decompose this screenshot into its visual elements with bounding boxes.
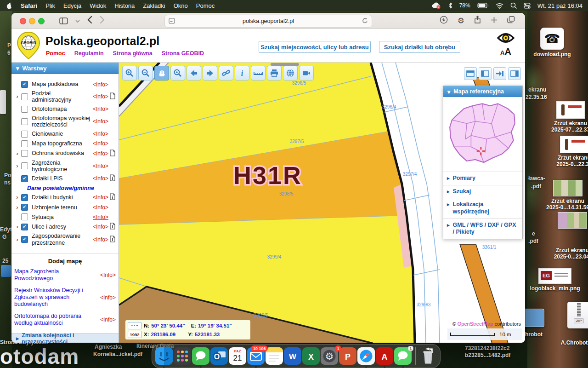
crs-button[interactable]: 1992 [128,331,141,338]
accessibility-controls[interactable]: AA [495,32,516,56]
layer-info-link[interactable]: <Info> [93,214,108,220]
layer-checkbox[interactable] [21,162,28,169]
desktop-file-icon[interactable]: Zrzut ekranu 2025-0...22.37 [547,136,588,167]
menu-item-edycja[interactable]: Edycja [63,2,81,9]
desktop-text-fragment[interactable]: ns [4,179,11,186]
add-map-info-link[interactable]: <Info> [100,294,116,301]
layers-header[interactable]: ▾Warstwy [11,63,119,74]
panel-section-gml[interactable]: ▸GML / WFS / DXF / GPX / Pikiety [443,218,522,239]
layout-right-icon[interactable] [508,67,521,80]
previous-view-tool-button[interactable] [187,66,201,80]
layer-info-link[interactable]: <Info> [93,163,108,169]
dms-toggle-button[interactable]: ° ' " [128,322,141,329]
osm-link[interactable]: OpenStreetMap [458,321,493,327]
nav-strona-geobid[interactable]: Strona GEOBID [162,50,204,57]
zoom-button[interactable] [38,18,45,24]
dock-word-icon[interactable]: W [284,347,301,365]
layout-move-icon[interactable] [493,67,506,80]
layer-checkbox[interactable] [21,150,28,157]
menu-item-pomoc[interactable]: Pomoc [196,2,215,9]
dock-calendar-icon[interactable]: PAŹ21 [229,347,246,365]
metadata-doc-icon[interactable] [110,223,117,231]
layer-info-link[interactable]: <Info> [93,118,108,125]
metadata-doc-icon[interactable] [110,236,117,244]
dock-finder-icon[interactable] [155,347,173,365]
link-tool-button[interactable] [219,66,233,80]
desktop-file-label[interactable]: download.png [533,51,571,58]
layer-checkbox[interactable] [21,140,28,147]
desktop-text-fragment[interactable]: 6 [7,50,11,57]
print-tool-button[interactable] [267,66,282,80]
zoom-out-tool-button[interactable] [138,66,153,80]
dock-acrobat-icon[interactable]: A [376,347,393,365]
layer-info-link[interactable]: <Info> [93,93,108,100]
dock-messages-icon[interactable] [192,347,209,365]
layer-info-link[interactable]: <Info> [93,175,108,182]
desktop-text-fragment[interactable]: 22.35.16 [526,94,547,101]
metadata-doc-icon[interactable] [110,193,117,201]
dock-outlook-icon[interactable]: O [210,347,228,365]
menu-item-zakładki[interactable]: Zakładki [143,2,165,9]
search-parcel-button[interactable]: Szukaj działki lub obrębu [379,41,460,53]
add-map-link[interactable]: Rejestr Wniosków Decyzji i Zgłoszeń w sp… [14,287,98,308]
dock-launchpad-icon[interactable] [174,347,191,365]
desktop-text-fragment[interactable]: G [2,234,6,241]
expand-chevron-icon[interactable]: › [14,237,20,242]
desktop-text-fragment[interactable]: .pdf [531,183,541,190]
bluetooth-icon[interactable] [448,2,452,9]
layer-info-link[interactable]: <Info> [93,131,108,137]
reference-map-header[interactable]: ▾Mapa referencyjna [443,86,522,97]
browser-titlebar[interactable]: polska.geoportal2.pl ⚙ [11,13,525,29]
layer-info-link[interactable]: <Info> [93,150,108,157]
wifi-icon[interactable] [496,3,503,9]
nav-strona-glowna[interactable]: Strona główna [113,50,153,57]
expand-chevron-icon[interactable]: › [14,195,20,200]
dock-notes-icon[interactable] [266,347,283,365]
menu-item-safari[interactable]: Safari [21,2,37,9]
desktop-text-fragment[interactable]: 25 [2,258,8,264]
layer-order-footer[interactable]: ▸Zmiana kolejności i przezroczystości [11,333,119,343]
expand-chevron-icon[interactable]: › [14,205,20,210]
desktop-file-label[interactable]: Zrzut ekranu 2025-07...22.37 [551,120,588,133]
apple-menu-icon[interactable] [6,2,12,9]
minimize-button[interactable] [29,18,35,24]
desktop-text-fragment[interactable]: ekranu [528,86,546,93]
layer-info-link[interactable]: <Info> [93,224,108,230]
control-center-icon[interactable] [524,3,531,9]
desktop-file-label[interactable]: Zrzut ekranu 2025-0...23.04. [554,247,588,260]
desktop-text-fragment[interactable]: ławca- [528,175,545,182]
desktop-file-label[interactable]: A.Chrobot.zip [561,339,588,346]
address-bar[interactable]: polska.geoportal2.pl [164,15,372,28]
partial-file-icon[interactable] [0,90,6,114]
dock-excel-icon[interactable]: X [302,347,320,365]
dock-mail-icon[interactable]: 10 106 [247,347,265,365]
panel-section-lokalizacja[interactable]: ▸Lokalizacja współrzędnej [443,198,522,218]
dock-settings-icon[interactable]: ⚙1 [321,347,338,365]
geobid-logo[interactable]: GEOBID [15,31,42,62]
panel-section-pomiary[interactable]: ▸Pomiary [443,172,522,185]
desktop-file-icon[interactable]: ☎download.png [525,28,580,58]
desktop-text-fragment[interactable]: Agnieszka [95,344,122,351]
back-button[interactable] [87,16,92,25]
expand-chevron-icon[interactable]: › [14,94,20,99]
dock-powerpoint-icon[interactable]: P [339,347,356,365]
layer-info-link[interactable]: <Info> [93,106,108,112]
desktop-text-fragment[interactable]: e [532,230,535,237]
layout-left-icon[interactable] [479,67,492,80]
layer-info-link[interactable]: <Info> [93,140,108,147]
expand-chevron-icon[interactable]: › [14,151,20,156]
video-tool-button[interactable] [299,66,314,80]
layer-checkbox[interactable] [21,106,28,113]
nav-regulamin[interactable]: Regulamin [74,50,104,57]
layer-checkbox[interactable]: ✔ [21,81,28,88]
page-settings-icon[interactable] [169,18,175,25]
chevron-down-icon[interactable] [75,17,80,25]
add-map-info-link[interactable]: <Info> [100,316,116,323]
pan-tool-button[interactable] [154,66,169,80]
desktop-file-icon[interactable]: Zrzut ekranu 2025-0...14.31.59 [540,180,588,211]
zoom-in-tool-button[interactable] [122,66,137,80]
layer-checkbox[interactable] [21,213,28,220]
layer-checkbox[interactable]: ✔ [21,194,28,201]
desktop-text-fragment[interactable]: Po [4,172,11,179]
settings-gear-icon[interactable]: ⚙ [458,17,464,25]
